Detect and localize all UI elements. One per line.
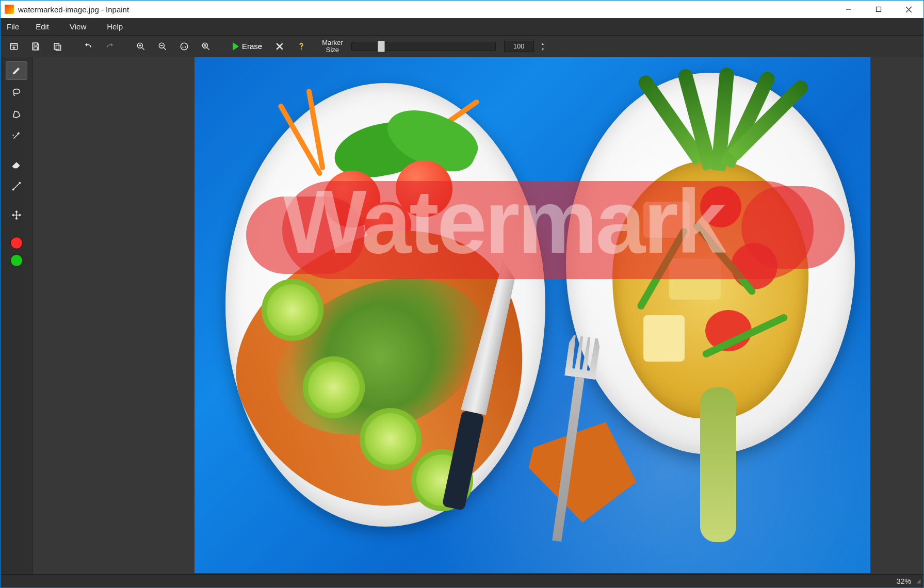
image-content <box>700 387 736 542</box>
play-icon <box>233 42 239 51</box>
marker-size-decrease[interactable]: ▾ <box>539 46 546 52</box>
tool-palette <box>1 57 33 574</box>
svg-rect-0 <box>877 7 881 12</box>
selection-mask <box>741 186 845 269</box>
erase-label: Erase <box>242 42 262 51</box>
erase-button[interactable]: Erase <box>228 38 267 55</box>
image-content <box>262 279 323 341</box>
move-tool[interactable] <box>6 206 27 224</box>
maximize-button[interactable] <box>864 1 894 18</box>
menu-file[interactable]: File <box>3 19 29 34</box>
marker-size-input[interactable] <box>504 41 534 52</box>
minimize-button[interactable] <box>834 1 864 18</box>
donor-color-green[interactable] <box>10 254 23 267</box>
save-button[interactable] <box>26 38 45 55</box>
status-bar: 32% ◢ <box>1 574 923 587</box>
svg-rect-4 <box>54 43 59 50</box>
marker-size-increase[interactable]: ▴ <box>539 41 546 46</box>
resize-grip[interactable]: ◢ <box>916 578 919 584</box>
lasso-tool[interactable] <box>6 83 27 102</box>
app-icon <box>5 5 14 14</box>
marker-tool[interactable] <box>6 61 27 80</box>
image-content <box>643 315 685 362</box>
menu-view[interactable]: View <box>63 19 101 34</box>
eraser-tool[interactable] <box>6 155 27 174</box>
image-content <box>303 356 365 418</box>
undo-button[interactable] <box>79 38 98 55</box>
marker-size-slider[interactable] <box>351 42 496 51</box>
clear-selection-button[interactable] <box>270 38 289 55</box>
title-bar: watermarked-image.jpg - Inpaint <box>1 1 923 18</box>
slider-thumb[interactable] <box>378 41 385 52</box>
svg-text:1:1: 1:1 <box>182 45 186 48</box>
svg-point-12 <box>13 89 20 94</box>
magic-wand-tool[interactable] <box>6 126 27 145</box>
zoom-actual-button[interactable]: 1:1 <box>175 38 193 55</box>
svg-rect-3 <box>34 46 38 50</box>
menu-help[interactable]: Help <box>101 19 137 34</box>
image-canvas[interactable]: Watermark <box>194 57 870 573</box>
zoom-level: 32% <box>897 577 911 585</box>
watermark-text: Watermark <box>282 170 724 273</box>
menu-bar: File Edit View Help <box>1 18 923 36</box>
redo-button[interactable] <box>101 38 119 55</box>
mask-color-red[interactable] <box>10 237 23 249</box>
close-button[interactable] <box>894 1 923 18</box>
svg-rect-2 <box>34 43 38 45</box>
open-button[interactable] <box>5 38 23 55</box>
svg-point-11 <box>301 48 302 49</box>
zoom-in-button[interactable] <box>132 38 150 55</box>
zoom-out-button[interactable] <box>153 38 172 55</box>
line-tool[interactable] <box>6 177 27 195</box>
main-toolbar: 1:1 Erase Marker Size ▴ ▾ <box>1 36 923 57</box>
menu-edit[interactable]: Edit <box>29 19 63 34</box>
zoom-fit-button[interactable] <box>197 38 215 55</box>
image-content <box>360 408 422 470</box>
marker-size-label: Marker Size <box>322 39 343 53</box>
window-title: watermarked-image.jpg - Inpaint <box>18 5 834 14</box>
help-button[interactable] <box>292 38 311 55</box>
canvas-area[interactable]: Watermark <box>33 57 923 574</box>
paste-button[interactable] <box>48 38 67 55</box>
polygon-tool[interactable] <box>6 105 27 123</box>
